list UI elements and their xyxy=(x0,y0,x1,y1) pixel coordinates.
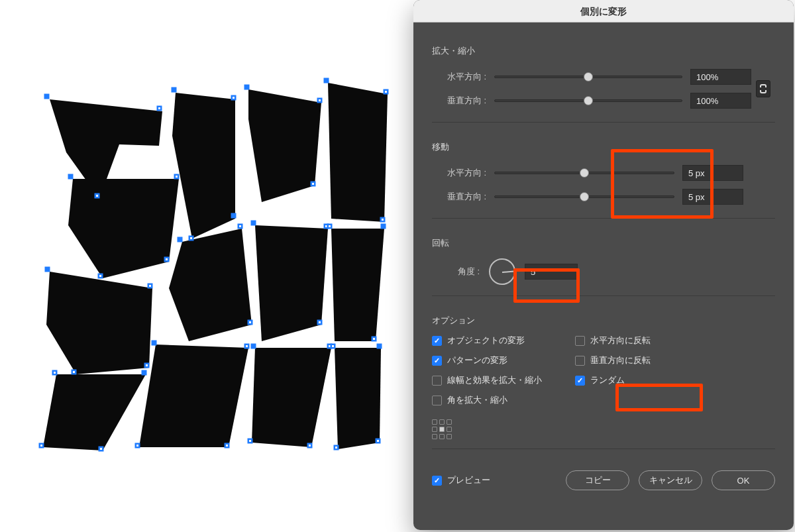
angle-dial-hand xyxy=(502,270,514,273)
check-icon: ✓ xyxy=(432,476,442,486)
check-icon: ✓ xyxy=(432,356,442,366)
check-icon xyxy=(575,356,585,366)
scale-v-input[interactable] xyxy=(690,93,751,109)
move-h-input[interactable] xyxy=(682,165,743,181)
rotate-section: 回転 角度 : xyxy=(432,228,775,286)
checkbox-label: プレビュー xyxy=(447,474,490,486)
scale-v-slider[interactable] xyxy=(494,99,682,102)
svg-marker-10 xyxy=(252,348,331,447)
move-v-input[interactable] xyxy=(682,189,743,205)
dialog-body: 拡大・縮小 水平方向 : 垂直方向 : xyxy=(413,23,794,530)
options-section: オプション ✓ オブジェクトの変形 ✓ パターンの変形 線幅と効果を拡大・縮小 xyxy=(432,305,775,439)
scale-h-label: 水平方向 : xyxy=(432,71,486,83)
checkbox-label: ランダム xyxy=(590,374,625,386)
svg-marker-4 xyxy=(68,179,179,278)
checkbox-preview[interactable]: ✓ プレビュー xyxy=(432,474,490,486)
scale-h-input[interactable] xyxy=(690,69,751,85)
checkbox-transform-objects[interactable]: ✓ オブジェクトの変形 xyxy=(432,335,542,346)
rotate-section-label: 回転 xyxy=(432,237,775,249)
svg-marker-12 xyxy=(43,374,146,451)
selected-artwork[interactable] xyxy=(36,80,388,451)
checkbox-label: パターンの変形 xyxy=(447,354,507,366)
slider-thumb[interactable] xyxy=(580,168,589,178)
options-section-label: オプション xyxy=(432,315,775,327)
separator xyxy=(432,122,775,123)
checkbox-label: 角を拡大・縮小 xyxy=(447,394,507,406)
ok-button[interactable]: OK xyxy=(712,470,775,490)
checkbox-transform-patterns[interactable]: ✓ パターンの変形 xyxy=(432,354,542,366)
move-v-label: 垂直方向 : xyxy=(432,191,486,203)
checkbox-label: 線幅と効果を拡大・縮小 xyxy=(447,374,542,386)
checkbox-label: 垂直方向に反転 xyxy=(590,354,651,366)
check-icon: ✓ xyxy=(432,336,442,346)
cancel-button[interactable]: キャンセル xyxy=(639,470,702,490)
move-v-slider[interactable] xyxy=(494,195,674,198)
checkbox-reflect-y[interactable]: 垂直方向に反転 xyxy=(575,354,651,366)
checkbox-random[interactable]: ✓ ランダム xyxy=(575,374,651,386)
check-icon xyxy=(432,376,442,386)
svg-marker-1 xyxy=(172,93,235,239)
separator xyxy=(432,449,775,449)
svg-marker-3 xyxy=(328,83,388,222)
check-icon: ✓ xyxy=(575,376,585,386)
slider-thumb[interactable] xyxy=(580,192,589,201)
checkbox-scale-strokes[interactable]: 線幅と効果を拡大・縮小 xyxy=(432,374,542,386)
dialog-title: 個別に変形 xyxy=(413,0,794,23)
check-icon xyxy=(432,396,442,405)
svg-marker-11 xyxy=(335,348,381,449)
checkbox-label: 水平方向に反転 xyxy=(590,335,651,346)
svg-marker-5 xyxy=(169,229,252,341)
separator xyxy=(432,295,775,296)
svg-marker-7 xyxy=(331,229,384,341)
reference-point-center[interactable] xyxy=(439,427,445,432)
move-h-slider[interactable] xyxy=(494,172,674,174)
dialog-footer: ✓ プレビュー コピー キャンセル OK xyxy=(432,458,775,502)
link-scale-icon[interactable] xyxy=(756,80,770,97)
canvas-area xyxy=(0,0,417,532)
check-icon xyxy=(575,336,585,346)
slider-thumb[interactable] xyxy=(584,72,593,81)
checkbox-label: オブジェクトの変形 xyxy=(447,335,525,346)
svg-marker-9 xyxy=(139,345,248,447)
move-section-label: 移動 xyxy=(432,141,775,153)
move-h-label: 水平方向 : xyxy=(432,167,486,179)
slider-thumb[interactable] xyxy=(584,96,593,105)
angle-label: 角度 : xyxy=(437,266,480,278)
artwork-svg xyxy=(36,80,388,451)
checkbox-reflect-x[interactable]: 水平方向に反転 xyxy=(575,335,651,346)
scale-section-label: 拡大・縮小 xyxy=(432,45,775,57)
scale-section: 拡大・縮小 水平方向 : 垂直方向 : xyxy=(432,36,775,113)
copy-button[interactable]: コピー xyxy=(566,470,629,490)
svg-marker-8 xyxy=(46,272,152,374)
angle-input[interactable] xyxy=(525,264,578,280)
scale-v-label: 垂直方向 : xyxy=(432,95,486,107)
reference-point-widget[interactable] xyxy=(432,419,452,439)
scale-h-slider[interactable] xyxy=(494,76,682,78)
checkbox-scale-corners[interactable]: 角を拡大・縮小 xyxy=(432,394,542,406)
separator xyxy=(432,218,775,219)
angle-dial[interactable] xyxy=(489,258,515,285)
transform-each-dialog: 個別に変形 拡大・縮小 水平方向 : 垂直方向 : xyxy=(413,0,794,530)
move-section: 移動 水平方向 : 垂直方向 : xyxy=(432,132,775,209)
